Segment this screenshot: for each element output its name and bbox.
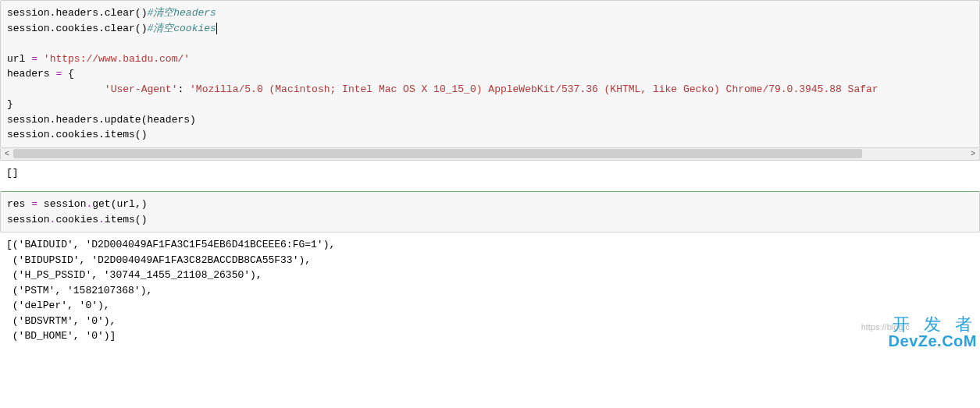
code-token: items xyxy=(105,214,135,225)
code-cell-1: session.headers.clear()#清空headers sessio… xyxy=(0,0,980,188)
code-token: url xyxy=(7,53,31,65)
string-token: 'Mozilla/5.0 (Macintosh; Intel Mac OS X … xyxy=(190,83,878,95)
code-cell-2: res = session.get(url,) session.cookies.… xyxy=(0,191,980,352)
code-token: headers xyxy=(7,68,55,80)
comment-token: #清空cookies xyxy=(147,23,216,34)
code-token: session.headers.clear() xyxy=(7,7,147,19)
string-token: 'User-Agent' xyxy=(105,83,178,95)
code-token: session xyxy=(7,214,50,225)
scroll-track[interactable] xyxy=(13,148,967,159)
code-token: session xyxy=(37,198,86,210)
code-input-2[interactable]: res = session.get(url,) session.cookies.… xyxy=(0,191,980,232)
paren-token: (url,) xyxy=(111,198,148,210)
code-token: session.cookies.items() xyxy=(7,129,147,140)
output-2: [('BAIDUID', 'D2D004049AF1FA3C1F54EB6D41… xyxy=(0,232,980,352)
string-token: 'https://www.baidu.com/' xyxy=(37,53,190,65)
code-token: cookies xyxy=(55,214,98,225)
scroll-thumb[interactable] xyxy=(13,149,862,158)
op-token: = xyxy=(31,53,37,65)
indent xyxy=(7,83,105,95)
scroll-right-icon[interactable]: > xyxy=(967,148,979,159)
scroll-left-icon[interactable]: < xyxy=(1,148,13,159)
code-token: session.headers.update(headers) xyxy=(7,114,196,126)
output-1: [] xyxy=(0,161,980,189)
faint-watermark: https://blog.c xyxy=(861,322,910,332)
punct-token: : xyxy=(177,83,190,95)
op-token: . xyxy=(98,214,105,225)
code-input-1[interactable]: session.headers.clear()#清空headers sessio… xyxy=(0,0,980,148)
comment-token: #清空headers xyxy=(147,7,216,19)
code-token: session.cookies.clear() xyxy=(7,23,147,34)
paren-token: () xyxy=(135,214,148,225)
punct-token: } xyxy=(7,98,13,110)
op-token: = xyxy=(31,198,37,210)
code-token: res xyxy=(7,198,31,210)
code-token: get xyxy=(92,198,110,210)
punct-token: { xyxy=(62,68,74,80)
h-scrollbar[interactable]: < > xyxy=(0,148,980,161)
